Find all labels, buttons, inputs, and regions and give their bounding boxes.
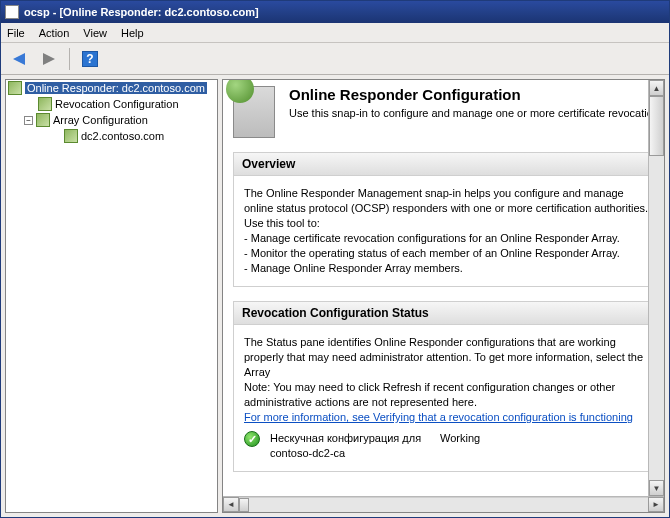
config-icon [38,97,52,111]
scroll-thumb[interactable] [239,498,249,512]
forward-button[interactable] [37,47,61,71]
menu-help[interactable]: Help [121,27,144,39]
check-icon: ✓ [244,431,260,447]
status-item-name: Нескучная конфигурация для contoso-dc2-c… [270,431,430,461]
window-title: ocsp - [Online Responder: dc2.contoso.co… [24,6,259,18]
details-pane: Online Responder Configuration Use this … [222,79,665,513]
arrow-right-icon [43,53,55,65]
menu-view[interactable]: View [83,27,107,39]
overview-heading: Overview [234,153,659,176]
scroll-right-button[interactable]: ► [648,497,664,512]
overview-body: The Online Responder Management snap-in … [234,176,659,286]
help-button[interactable]: ? [78,47,102,71]
overview-bullet: - Manage certificate revocation configur… [244,231,649,246]
responder-large-icon [233,86,275,138]
scroll-up-button[interactable]: ▲ [649,80,664,96]
toolbar: ? [1,43,669,75]
page-subtitle: Use this snap-in to configure and manage… [289,107,659,119]
scroll-track[interactable] [649,96,664,480]
page-title: Online Responder Configuration [289,86,659,103]
status-text: The Status pane identifies Online Respon… [244,335,649,380]
details-body: Online Responder Configuration Use this … [223,80,664,496]
tree-node-root[interactable]: Online Responder: dc2.contoso.com [6,80,217,96]
menubar: File Action View Help [1,23,669,43]
vertical-scrollbar[interactable]: ▲ ▼ [648,80,664,496]
menu-action[interactable]: Action [39,27,70,39]
scroll-track[interactable] [239,497,648,512]
arrow-left-icon [13,53,25,65]
back-button[interactable] [7,47,31,71]
scroll-left-button[interactable]: ◄ [223,497,239,512]
overview-text: Use this tool to: [244,216,649,231]
help-icon: ? [82,51,98,67]
page-header: Online Responder Configuration Use this … [233,86,660,138]
status-note: Note: You may need to click Refresh if r… [244,380,649,410]
status-item-state: Working [440,431,480,446]
menu-file[interactable]: File [7,27,25,39]
status-help-link[interactable]: For more information, see Verifying that… [244,410,649,425]
scroll-down-button[interactable]: ▼ [649,480,664,496]
titlebar: ocsp - [Online Responder: dc2.contoso.co… [1,1,669,23]
tree-node-revocation[interactable]: Revocation Configuration [6,96,217,112]
tree-node-array-child[interactable]: dc2.contoso.com [6,128,217,144]
overview-bullet: - Manage Online Responder Array members. [244,261,649,276]
tree-label: Array Configuration [53,114,148,126]
array-icon [36,113,50,127]
overview-section: Overview The Online Responder Management… [233,152,660,287]
app-icon [5,5,19,19]
status-section: Revocation Configuration Status The Stat… [233,301,660,472]
status-heading: Revocation Configuration Status [234,302,659,325]
horizontal-scrollbar[interactable]: ◄ ► [223,496,664,512]
responder-icon [8,81,22,95]
tree-pane[interactable]: Online Responder: dc2.contoso.com Revoca… [5,79,218,513]
overview-text: The Online Responder Management snap-in … [244,186,649,216]
tree-label: dc2.contoso.com [81,130,164,142]
expander-minus-icon[interactable]: − [24,116,33,125]
scroll-thumb[interactable] [649,96,664,156]
tree-label: Online Responder: dc2.contoso.com [25,82,207,94]
status-body: The Status pane identifies Online Respon… [234,325,659,471]
server-icon [64,129,78,143]
status-item: ✓ Нескучная конфигурация для contoso-dc2… [244,431,649,461]
overview-bullet: - Monitor the operating status of each m… [244,246,649,261]
tree-label: Revocation Configuration [55,98,179,110]
client-area: Online Responder: dc2.contoso.com Revoca… [1,75,669,517]
tree-node-array[interactable]: − Array Configuration [6,112,217,128]
toolbar-separator [69,48,70,70]
